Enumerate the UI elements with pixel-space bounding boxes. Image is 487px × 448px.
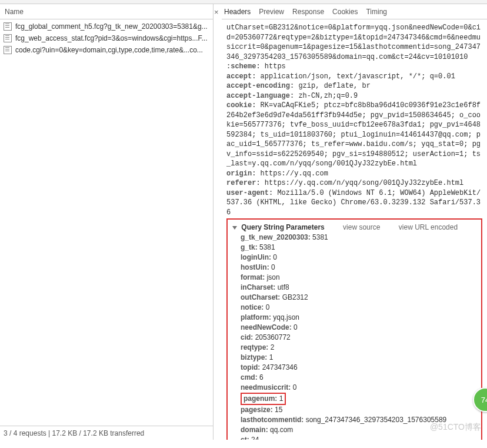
param-value: 2 — [271, 343, 275, 351]
view-url-encoded-link[interactable]: view URL encoded — [399, 223, 458, 231]
header-value: https — [265, 62, 286, 71]
param-value: yqq.json — [273, 313, 299, 321]
header-key: accept-encoding: — [226, 82, 298, 90]
header-line: accept: application/json, text/javascrip… — [226, 72, 482, 82]
param-line: ct: 24 — [241, 435, 476, 440]
name-column-header[interactable]: Name — [0, 4, 213, 19]
headers-body: utCharset=GB2312&notice=0&platform=yqq.j… — [222, 19, 487, 440]
request-name: fcg_global_comment_h5.fcg?g_tk_new_20200… — [15, 22, 208, 31]
header-line: user-agent: Mozilla/5.0 (Windows NT 6.1;… — [226, 188, 482, 218]
param-key: inCharset: — [241, 283, 278, 291]
param-key: lasthotcommentid: — [241, 416, 306, 424]
param-value: utf8 — [278, 283, 289, 291]
header-line: accept-language: zh-CN,zh;q=0.9 — [226, 91, 482, 101]
header-key: referer: — [226, 179, 265, 187]
param-key: g_tk_new_20200303: — [241, 233, 312, 241]
request-name: fcg_web_access_stat.fcg?pid=3&os=windows… — [15, 34, 208, 42]
param-value: 247347346 — [262, 363, 298, 371]
param-key: ct: — [241, 436, 251, 440]
header-key: accept-language: — [226, 92, 298, 100]
close-icon[interactable]: × — [214, 8, 219, 16]
details-panel: HeadersPreviewResponseCookiesTiming utCh… — [222, 4, 487, 440]
param-key: notice: — [241, 303, 266, 311]
param-key: topid: — [241, 363, 262, 371]
param-key: biztype: — [241, 353, 269, 361]
highlighted-param: pagenum: 1 — [241, 393, 286, 405]
request-row[interactable]: fcg_web_access_stat.fcg?pid=3&os=windows… — [0, 32, 213, 44]
param-line: g_tk: 5381 — [241, 243, 476, 253]
query-string-parameters-block: Query String Parameters view source view… — [226, 218, 482, 440]
tab-headers[interactable]: Headers — [224, 8, 251, 16]
param-value: 0 — [266, 303, 270, 311]
header-line: accept-encoding: gzip, deflate, br — [226, 81, 482, 91]
param-line: hostUin: 0 — [241, 263, 476, 273]
param-value: 0 — [271, 263, 275, 271]
param-value: song_247347346_3297354203_1576305589 — [306, 416, 447, 424]
param-line: lasthotcommentid: song_247347346_3297354… — [241, 415, 476, 425]
param-key: g_tk: — [241, 243, 259, 251]
header-key: accept: — [226, 72, 261, 81]
param-value: 15 — [275, 406, 282, 414]
header-key: origin: — [226, 170, 261, 178]
param-value: 205360772 — [255, 333, 291, 341]
param-line: biztype: 1 — [241, 353, 476, 363]
param-value: 24 — [251, 436, 259, 440]
param-key: loginUin: — [241, 253, 273, 261]
param-line: cid: 205360772 — [241, 333, 476, 343]
request-url-continuation: utCharset=GB2312&notice=0&platform=yqq.j… — [226, 23, 482, 62]
param-key: cid: — [241, 333, 255, 341]
param-key: pagenum: — [243, 394, 279, 403]
param-value: 5381 — [312, 233, 328, 241]
header-key: user-agent: — [226, 189, 277, 197]
request-row[interactable]: code.cgi?uin=0&key=domain,cgi,type,code,… — [0, 44, 213, 56]
header-line: :scheme: https — [226, 62, 482, 72]
param-value: 0 — [293, 323, 298, 331]
panel-divider[interactable]: × — [214, 4, 222, 440]
param-value: 0 — [273, 253, 277, 261]
param-value: 0 — [293, 383, 297, 391]
param-key: needmusiccrit: — [241, 383, 293, 391]
param-line: needmusiccrit: 0 — [241, 383, 476, 393]
param-line: notice: 0 — [241, 303, 476, 313]
status-bar: 3 / 4 requests | 17.2 KB / 17.2 KB trans… — [0, 426, 213, 440]
param-value: qq.com — [270, 426, 293, 434]
param-value: 6 — [259, 373, 263, 381]
view-source-link[interactable]: view source — [343, 223, 380, 231]
param-line: needNewCode: 0 — [241, 323, 476, 333]
header-value: gzip, deflate, br — [298, 82, 370, 90]
header-line: cookie: RK=vaCAqFKie5; ptcz=bfc8b8ba96d4… — [226, 101, 482, 169]
param-key: outCharset: — [241, 293, 282, 301]
main-split: Name fcg_global_comment_h5.fcg?g_tk_new_… — [0, 4, 487, 440]
param-line: loginUin: 0 — [241, 253, 476, 263]
request-row[interactable]: fcg_global_comment_h5.fcg?g_tk_new_20200… — [0, 21, 213, 32]
param-value: GB2312 — [282, 293, 308, 301]
header-key: :scheme: — [226, 62, 265, 71]
header-value: RK=vaCAqFKie5; ptcz=bfc8b8ba96d410c0936f… — [226, 101, 481, 168]
qsp-section-title[interactable]: Query String Parameters view source view… — [232, 223, 476, 233]
param-value: 1 — [279, 394, 283, 403]
param-value: json — [267, 273, 280, 281]
qsp-title-text: Query String Parameters — [241, 223, 324, 231]
param-key: cmd: — [241, 373, 259, 381]
param-key: platform: — [241, 313, 273, 321]
tab-preview[interactable]: Preview — [259, 8, 284, 16]
expand-triangle-icon[interactable] — [232, 226, 237, 230]
tab-timing[interactable]: Timing — [366, 8, 387, 16]
param-key: needNewCode: — [241, 323, 293, 331]
param-line: reqtype: 2 — [241, 343, 476, 353]
param-line: outCharset: GB2312 — [241, 293, 476, 303]
param-line: cmd: 6 — [241, 373, 476, 383]
header-value: zh-CN,zh;q=0.9 — [298, 92, 358, 100]
header-value: application/json, text/javascript, */*; … — [261, 72, 455, 81]
param-line: inCharset: utf8 — [241, 283, 476, 293]
tab-response[interactable]: Response — [292, 8, 324, 16]
param-line: format: json — [241, 273, 476, 283]
header-value: https://y.qq.com — [261, 170, 328, 178]
tab-cookies[interactable]: Cookies — [332, 8, 358, 16]
file-icon — [4, 46, 12, 54]
header-line: origin: https://y.qq.com — [226, 169, 482, 179]
file-icon — [4, 34, 12, 42]
param-key: domain: — [241, 426, 270, 434]
param-line: g_tk_new_20200303: 5381 — [241, 233, 476, 243]
param-line: domain: qq.com — [241, 425, 476, 435]
